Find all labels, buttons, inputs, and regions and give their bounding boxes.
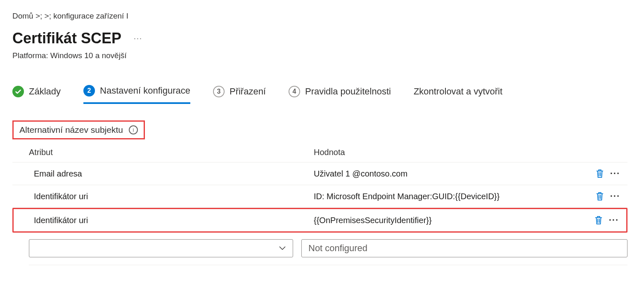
table-row: Email adresa Uživatel 1 @contoso.com ··· <box>12 162 627 185</box>
step-label: Základy <box>29 86 61 97</box>
wizard-steps: Základy 2 Nastavení konfigurace 3 Přiřaz… <box>12 85 632 104</box>
col-header-value: Hodnota <box>314 148 627 157</box>
more-icon[interactable]: ··· <box>610 191 620 202</box>
cell-attribute: Email adresa <box>34 169 314 179</box>
cell-value: Uživatel 1 @contoso.com <box>314 169 595 179</box>
cell-value: {{OnPremisesSecurityIdentifier}} <box>314 216 594 225</box>
trash-icon[interactable] <box>595 168 604 179</box>
section-header-san: Alternativní název subjektu i <box>12 120 145 139</box>
step-configuration[interactable]: 2 Nastavení konfigurace <box>83 85 190 104</box>
step-number: 3 <box>213 86 225 97</box>
new-row <box>12 239 627 257</box>
step-number: 4 <box>289 86 300 97</box>
more-icon[interactable]: ··· <box>610 168 620 179</box>
step-label: Přiřazení <box>230 86 266 97</box>
chevron-down-icon <box>279 244 286 253</box>
page-title: Certifikát SCEP <box>12 30 121 47</box>
trash-icon[interactable] <box>595 191 604 202</box>
cell-attribute: Identifikátor uri <box>34 192 314 201</box>
platform-subtitle: Platforma: Windows 10 a novější <box>12 51 632 60</box>
step-number: 2 <box>83 85 95 97</box>
trash-icon[interactable] <box>594 215 603 226</box>
attribute-dropdown[interactable] <box>29 239 293 257</box>
step-label: Pravidla použitelnosti <box>305 86 391 97</box>
cell-value: ID: Microsoft Endpoint Manager:GUID:{{De… <box>314 192 595 201</box>
step-assignments[interactable]: 3 Přiřazení <box>213 86 266 103</box>
value-input[interactable] <box>301 239 627 257</box>
san-table: Atribut Hodnota Email adresa Uživatel 1 … <box>12 144 627 265</box>
table-row: Identifikátor uri {{OnPremisesSecurityId… <box>12 208 627 233</box>
more-icon[interactable]: ··· <box>134 34 142 43</box>
more-icon[interactable]: ··· <box>609 215 619 226</box>
section-header-text: Alternativní název subjektu <box>19 125 123 135</box>
step-review[interactable]: Zkontrolovat a vytvořit <box>414 86 502 103</box>
step-basics[interactable]: Základy <box>12 86 61 103</box>
info-icon[interactable]: i <box>129 125 138 134</box>
col-header-attribute: Atribut <box>29 148 314 157</box>
table-row: Identifikátor uri ID: Microsoft Endpoint… <box>12 185 627 208</box>
table-header: Atribut Hodnota <box>12 144 627 162</box>
step-label: Nastavení konfigurace <box>100 85 190 96</box>
step-applicability[interactable]: 4 Pravidla použitelnosti <box>289 86 391 103</box>
check-icon <box>12 86 24 97</box>
divider <box>29 265 627 265</box>
cell-attribute: Identifikátor uri <box>34 216 314 225</box>
step-label: Zkontrolovat a vytvořit <box>414 86 502 97</box>
breadcrumb[interactable]: Domů >; >; konfigurace zařízení I <box>12 12 632 21</box>
